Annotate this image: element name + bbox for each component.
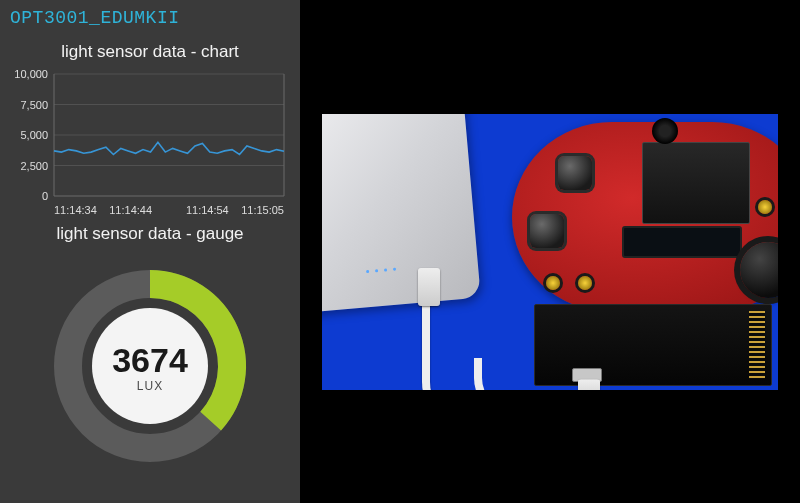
mcu-chip-icon (642, 142, 750, 224)
hardware-photo (320, 112, 780, 392)
svg-text:7,500: 7,500 (20, 99, 48, 111)
hardware-view (300, 0, 800, 503)
svg-text:10,000: 10,000 (14, 68, 48, 80)
usb-plug-icon (418, 268, 440, 306)
led-icon (578, 276, 592, 290)
led-icon (758, 200, 772, 214)
app-root: OPT3001_EDUMKII light sensor data - char… (0, 0, 800, 503)
usb-cable-icon (422, 292, 482, 392)
led-icon (546, 276, 560, 290)
lcd-display-icon (622, 226, 742, 258)
push-button-icon (558, 156, 592, 190)
svg-text:5,000: 5,000 (20, 129, 48, 141)
power-bank-icon (320, 112, 481, 314)
push-button-icon (530, 214, 564, 248)
light-sensor-gauge: 3674LUX (10, 256, 290, 493)
panel-title: OPT3001_EDUMKII (10, 8, 290, 28)
gauge-unit: LUX (137, 379, 163, 393)
gauge-header: light sensor data - gauge (10, 224, 290, 244)
svg-text:11:15:05: 11:15:05 (241, 204, 284, 216)
svg-text:2,500: 2,500 (20, 160, 48, 172)
svg-text:11:14:44: 11:14:44 (109, 204, 152, 216)
chart-header: light sensor data - chart (10, 42, 290, 62)
gauge-value: 3674 (112, 341, 188, 379)
usb-plug-icon (578, 379, 600, 391)
light-sensor-chart: 10,0007,5005,0002,500011:14:3411:14:4411… (10, 68, 290, 218)
svg-text:0: 0 (42, 190, 48, 202)
buzzer-icon (652, 118, 678, 144)
svg-text:11:14:54: 11:14:54 (186, 204, 229, 216)
sensor-panel: OPT3001_EDUMKII light sensor data - char… (0, 0, 300, 503)
svg-text:11:14:34: 11:14:34 (54, 204, 97, 216)
